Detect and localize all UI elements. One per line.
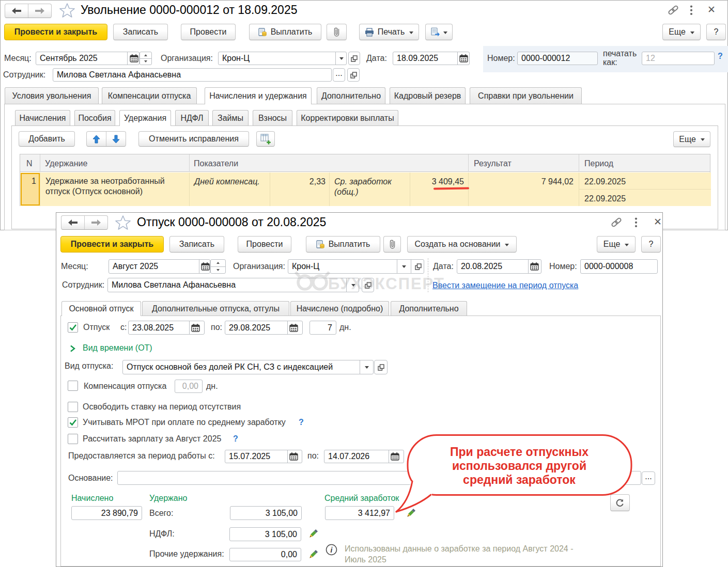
svg-text:БУХЭКСПЕРТ: БУХЭКСПЕРТ — [328, 275, 445, 293]
svg-text:i: i — [331, 546, 333, 554]
